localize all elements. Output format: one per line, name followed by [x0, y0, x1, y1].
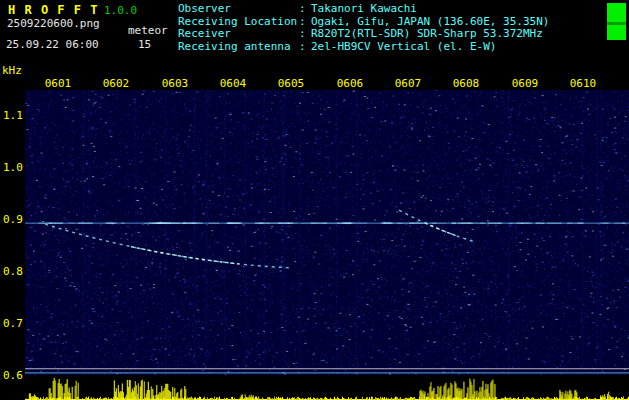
info-separator: : — [299, 41, 311, 54]
info-label: Receiver — [178, 28, 299, 41]
y-tick-label: 0.9 — [3, 213, 23, 226]
progress-bar — [607, 3, 626, 40]
y-tick-label: 0.6 — [3, 369, 23, 382]
app-version: 1.0.0 — [104, 4, 137, 17]
info-row-antenna: Receiving antenna : 2el-HB9CV Vertical (… — [178, 41, 549, 54]
y-tick-label: 0.8 — [3, 265, 23, 278]
spectrogram-canvas — [25, 90, 629, 375]
info-value: Takanori Kawachi — [311, 3, 417, 16]
x-tick-label: 0608 — [452, 77, 480, 90]
info-label: Receiving antenna — [178, 41, 299, 54]
x-tick-label: 0607 — [394, 77, 422, 90]
info-row-observer: Observer : Takanori Kawachi — [178, 3, 549, 16]
x-tick-label: 0603 — [161, 77, 189, 90]
echo-count: 15 — [138, 38, 151, 51]
info-separator: : — [299, 28, 311, 41]
station-info: Observer : Takanori Kawachi Receiving Lo… — [178, 3, 549, 53]
info-value: R820T2(RTL-SDR) SDR-Sharp 53.372MHz — [311, 28, 543, 41]
info-separator: : — [299, 3, 311, 16]
x-tick-label: 0606 — [336, 77, 364, 90]
hrofft-window: H R O F F T 1.0.0 2509220600.png meteor … — [0, 0, 629, 400]
y-tick-label: 1.1 — [3, 109, 23, 122]
app-title: H R O F F T — [8, 3, 98, 17]
info-row-receiver: Receiver : R820T2(RTL-SDR) SDR-Sharp 53.… — [178, 28, 549, 41]
y-axis-unit: kHz — [2, 64, 22, 77]
x-tick-label: 0604 — [219, 77, 247, 90]
audio-level-canvas — [25, 376, 629, 400]
info-label: Receiving Location — [178, 16, 299, 29]
y-tick-label: 1.0 — [3, 161, 23, 174]
x-tick-label: 0610 — [569, 77, 597, 90]
x-tick-label: 0605 — [277, 77, 305, 90]
output-filename: 2509220600.png — [7, 17, 100, 30]
x-tick-label: 0609 — [511, 77, 539, 90]
y-tick-label: 0.7 — [3, 317, 23, 330]
observation-datetime: 25.09.22 06:00 — [6, 38, 99, 51]
info-label: Observer — [178, 3, 299, 16]
x-tick-label: 0602 — [102, 77, 130, 90]
info-value: 2el-HB9CV Vertical (el. E-W) — [311, 41, 496, 54]
x-tick-label: 0601 — [44, 77, 72, 90]
mode-label: meteor — [128, 24, 168, 37]
